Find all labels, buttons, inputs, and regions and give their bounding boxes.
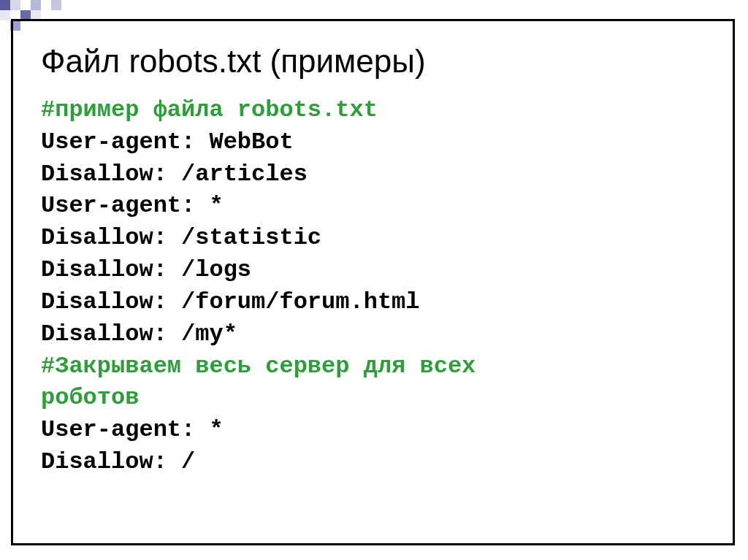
- code-line: User-agent: *: [41, 190, 705, 222]
- code-line: User-agent: WebBot: [41, 126, 705, 158]
- code-line: Disallow: /logs: [41, 254, 705, 286]
- code-block: #пример файла robots.txt User-agent: Web…: [41, 94, 705, 478]
- code-line: Disallow: /forum/forum.html: [41, 286, 705, 318]
- code-comment: #Закрываем весь сервер для всех: [41, 350, 705, 383]
- code-comment: роботов: [41, 382, 705, 414]
- code-line: Disallow: /statistic: [41, 222, 705, 254]
- code-line: Disallow: /articles: [41, 158, 705, 191]
- code-line: User-agent: *: [41, 414, 705, 446]
- code-line: Disallow: /: [41, 446, 705, 478]
- slide-frame: Файл robots.txt (примеры) #пример файла …: [11, 19, 735, 545]
- code-line: Disallow: /my*: [41, 318, 705, 350]
- code-comment: #пример файла robots.txt: [41, 94, 705, 126]
- slide-title: Файл robots.txt (примеры): [41, 43, 705, 80]
